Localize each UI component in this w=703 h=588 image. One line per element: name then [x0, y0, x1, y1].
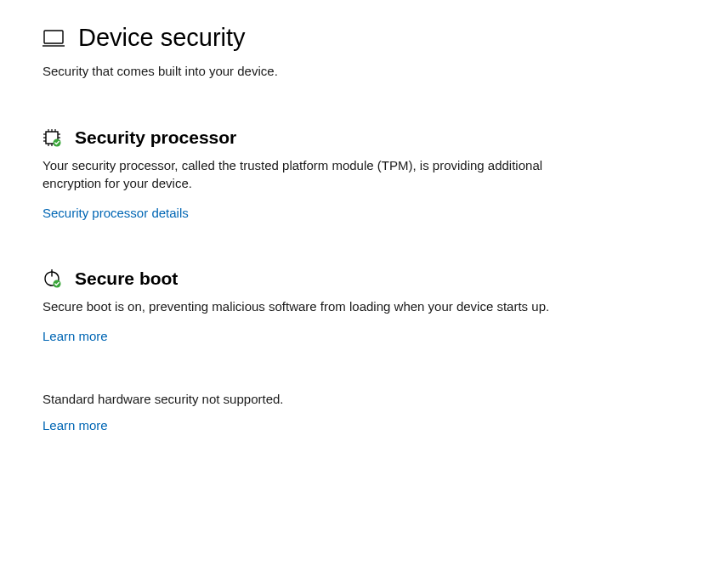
status-learn-more-link[interactable]: Learn more	[43, 418, 108, 433]
page-subtitle: Security that comes built into your devi…	[43, 64, 660, 78]
secure-boot-title: Secure boot	[75, 269, 178, 289]
device-icon	[43, 29, 65, 48]
svg-rect-0	[44, 31, 63, 43]
hardware-security-status: Standard hardware security not supported…	[43, 392, 660, 433]
section-header: Security processor	[43, 127, 660, 148]
security-processor-description: Your security processor, called the trus…	[43, 156, 561, 192]
secure-boot-learn-more-link[interactable]: Learn more	[43, 329, 108, 343]
security-processor-details-link[interactable]: Security processor details	[43, 206, 189, 220]
page-header: Device security	[43, 24, 660, 52]
chip-icon	[43, 128, 61, 147]
secure-boot-section: Secure boot Secure boot is on, preventin…	[43, 269, 660, 344]
power-icon	[43, 269, 61, 288]
section-header: Secure boot	[43, 269, 660, 289]
security-processor-section: Security processor Your security process…	[43, 127, 660, 221]
page-title: Device security	[78, 24, 246, 52]
secure-boot-description: Secure boot is on, preventing malicious …	[43, 297, 561, 315]
status-text: Standard hardware security not supported…	[43, 392, 660, 406]
security-processor-title: Security processor	[75, 127, 236, 148]
